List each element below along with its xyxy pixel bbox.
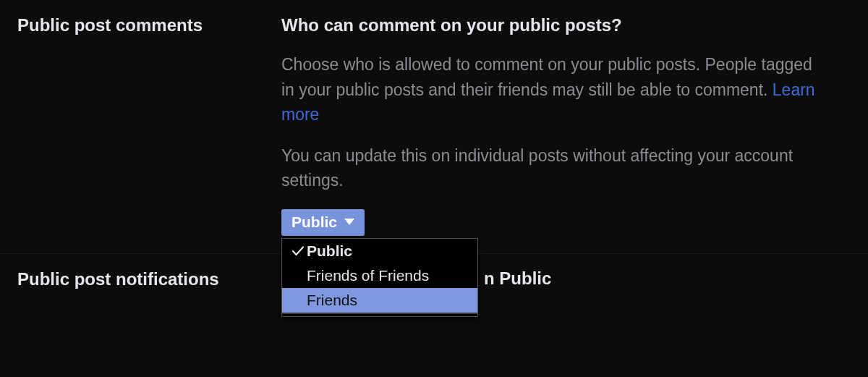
section-title-comments: Public post comments — [17, 14, 281, 36]
section-left: Public post notifications — [17, 268, 281, 290]
audience-option-public[interactable]: Public — [282, 239, 477, 263]
menu-bottom-border — [282, 313, 477, 316]
audience-option-friends-of-friends[interactable]: Friends of Friends — [282, 263, 477, 288]
audience-dropdown-menu: Public Friends of Friends Friends — [281, 238, 478, 317]
svg-marker-0 — [344, 219, 354, 225]
section-left: Public post comments — [17, 14, 281, 236]
audience-dropdown-selected-label: Public — [292, 213, 337, 231]
audience-dropdown: Public Public Friends of Friends — [281, 209, 365, 236]
question-title: Who can comment on your public posts? — [281, 14, 822, 36]
audience-option-label: Public — [307, 242, 352, 260]
description-text-1: Choose who is allowed to comment on your… — [281, 55, 812, 99]
description-paragraph-1: Choose who is allowed to comment on your… — [281, 52, 822, 127]
audience-dropdown-button[interactable]: Public — [281, 209, 365, 236]
audience-option-label: Friends — [307, 292, 357, 309]
caret-down-icon — [344, 219, 354, 225]
section-title-notifications: Public post notifications — [17, 268, 281, 290]
description-paragraph-2: You can update this on individual posts … — [281, 143, 822, 193]
section-right: Who can comment on your public posts? Ch… — [281, 14, 851, 236]
public-post-comments-section: Public post comments Who can comment on … — [0, 0, 868, 253]
audience-option-friends[interactable]: Friends — [282, 288, 477, 313]
audience-option-label: Friends of Friends — [307, 267, 429, 284]
checkmark-icon — [289, 246, 307, 256]
